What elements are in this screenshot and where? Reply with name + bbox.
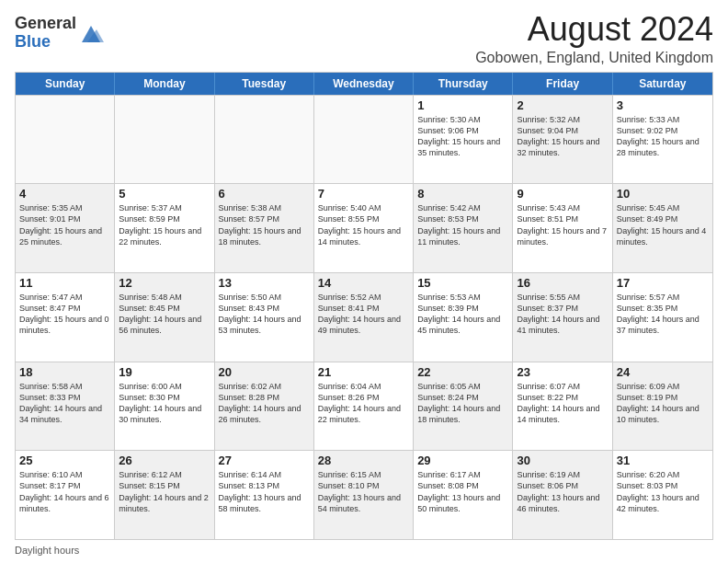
- cal-cell-r4c3: 28Sunrise: 6:15 AM Sunset: 8:10 PM Dayli…: [314, 451, 414, 539]
- cal-cell-r4c4: 29Sunrise: 6:17 AM Sunset: 8:08 PM Dayli…: [414, 451, 513, 539]
- cell-info: Sunrise: 6:10 AM Sunset: 8:17 PM Dayligh…: [19, 469, 110, 514]
- day-number: 15: [417, 276, 508, 290]
- header-sunday: Sunday: [16, 73, 115, 95]
- cal-cell-r2c4: 15Sunrise: 5:53 AM Sunset: 8:39 PM Dayli…: [414, 273, 513, 362]
- cal-cell-r3c2: 20Sunrise: 6:02 AM Sunset: 8:28 PM Dayli…: [215, 362, 314, 451]
- cal-cell-r3c0: 18Sunrise: 5:58 AM Sunset: 8:33 PM Dayli…: [16, 362, 115, 451]
- day-number: 21: [318, 365, 409, 379]
- cal-cell-r1c5: 9Sunrise: 5:43 AM Sunset: 8:51 PM Daylig…: [513, 184, 612, 272]
- cal-cell-r2c5: 16Sunrise: 5:55 AM Sunset: 8:37 PM Dayli…: [513, 273, 612, 362]
- cal-cell-r3c1: 19Sunrise: 6:00 AM Sunset: 8:30 PM Dayli…: [115, 362, 214, 451]
- logo-blue: Blue: [15, 32, 51, 51]
- calendar-body: 1Sunrise: 5:30 AM Sunset: 9:06 PM Daylig…: [16, 95, 712, 539]
- title-section: August 2024 Gobowen, England, United Kin…: [475, 11, 713, 66]
- cell-info: Sunrise: 5:40 AM Sunset: 8:55 PM Dayligh…: [318, 202, 409, 247]
- cal-cell-r4c5: 30Sunrise: 6:19 AM Sunset: 8:06 PM Dayli…: [513, 451, 612, 539]
- cell-info: Sunrise: 6:09 AM Sunset: 8:19 PM Dayligh…: [617, 381, 709, 426]
- day-number: 2: [517, 98, 608, 112]
- cal-row-2: 11Sunrise: 5:47 AM Sunset: 8:47 PM Dayli…: [16, 272, 712, 362]
- cal-cell-r2c6: 17Sunrise: 5:57 AM Sunset: 8:35 PM Dayli…: [613, 273, 712, 362]
- cell-info: Sunrise: 5:43 AM Sunset: 8:51 PM Dayligh…: [517, 202, 608, 247]
- cal-cell-r1c1: 5Sunrise: 5:37 AM Sunset: 8:59 PM Daylig…: [115, 184, 214, 272]
- cal-cell-r1c2: 6Sunrise: 5:38 AM Sunset: 8:57 PM Daylig…: [215, 184, 314, 272]
- day-number: 20: [219, 365, 310, 379]
- cal-cell-r3c4: 22Sunrise: 6:05 AM Sunset: 8:24 PM Dayli…: [414, 362, 513, 451]
- cell-info: Sunrise: 6:12 AM Sunset: 8:15 PM Dayligh…: [119, 469, 210, 514]
- day-number: 8: [417, 187, 508, 201]
- day-number: 25: [19, 454, 110, 467]
- top-section: General Blue August 2024 Gobowen, Englan…: [15, 11, 713, 66]
- day-number: 13: [219, 276, 310, 290]
- cal-cell-r0c0: [16, 96, 115, 184]
- day-number: 31: [617, 454, 709, 467]
- cell-info: Sunrise: 5:47 AM Sunset: 8:47 PM Dayligh…: [19, 292, 110, 337]
- cell-info: Sunrise: 5:37 AM Sunset: 8:59 PM Dayligh…: [119, 202, 210, 247]
- day-number: 19: [119, 365, 210, 379]
- cell-info: Sunrise: 5:33 AM Sunset: 9:02 PM Dayligh…: [617, 114, 709, 159]
- day-number: 22: [417, 365, 508, 379]
- cell-info: Sunrise: 5:32 AM Sunset: 9:04 PM Dayligh…: [517, 114, 608, 159]
- footer-note: Daylight hours: [15, 545, 713, 556]
- subtitle: Gobowen, England, United Kingdom: [475, 50, 713, 66]
- cell-info: Sunrise: 6:19 AM Sunset: 8:06 PM Dayligh…: [517, 469, 608, 514]
- day-number: 30: [517, 454, 608, 467]
- cal-cell-r2c2: 13Sunrise: 5:50 AM Sunset: 8:43 PM Dayli…: [215, 273, 314, 362]
- header-monday: Monday: [115, 73, 214, 95]
- cal-cell-r0c4: 1Sunrise: 5:30 AM Sunset: 9:06 PM Daylig…: [414, 96, 513, 184]
- day-number: 16: [517, 276, 608, 290]
- cell-info: Sunrise: 6:00 AM Sunset: 8:30 PM Dayligh…: [119, 381, 210, 426]
- cal-cell-r0c2: [215, 96, 314, 184]
- cell-info: Sunrise: 6:20 AM Sunset: 8:03 PM Dayligh…: [617, 469, 709, 514]
- cal-cell-r2c1: 12Sunrise: 5:48 AM Sunset: 8:45 PM Dayli…: [115, 273, 214, 362]
- cell-info: Sunrise: 6:05 AM Sunset: 8:24 PM Dayligh…: [417, 381, 508, 426]
- cell-info: Sunrise: 5:50 AM Sunset: 8:43 PM Dayligh…: [219, 292, 310, 337]
- cell-info: Sunrise: 5:30 AM Sunset: 9:06 PM Dayligh…: [417, 114, 508, 159]
- cell-info: Sunrise: 5:52 AM Sunset: 8:41 PM Dayligh…: [318, 292, 409, 337]
- cell-info: Sunrise: 5:53 AM Sunset: 8:39 PM Dayligh…: [417, 292, 508, 337]
- day-number: 18: [19, 365, 110, 379]
- cal-cell-r0c3: [314, 96, 414, 184]
- header-friday: Friday: [513, 73, 612, 95]
- cal-cell-r0c6: 3Sunrise: 5:33 AM Sunset: 9:02 PM Daylig…: [613, 96, 712, 184]
- header-wednesday: Wednesday: [314, 73, 414, 95]
- cal-cell-r4c1: 26Sunrise: 6:12 AM Sunset: 8:15 PM Dayli…: [115, 451, 214, 539]
- day-number: 10: [617, 187, 709, 201]
- day-number: 5: [119, 187, 210, 201]
- day-number: 6: [219, 187, 310, 201]
- cell-info: Sunrise: 6:15 AM Sunset: 8:10 PM Dayligh…: [318, 469, 409, 514]
- calendar-header: Sunday Monday Tuesday Wednesday Thursday…: [16, 73, 712, 95]
- cal-row-0: 1Sunrise: 5:30 AM Sunset: 9:06 PM Daylig…: [16, 95, 712, 184]
- day-number: 28: [318, 454, 409, 467]
- cell-info: Sunrise: 5:42 AM Sunset: 8:53 PM Dayligh…: [417, 202, 508, 247]
- logo: General Blue: [15, 15, 104, 52]
- cal-row-3: 18Sunrise: 5:58 AM Sunset: 8:33 PM Dayli…: [16, 362, 712, 451]
- cell-info: Sunrise: 6:17 AM Sunset: 8:08 PM Dayligh…: [417, 469, 508, 514]
- cell-info: Sunrise: 5:35 AM Sunset: 9:01 PM Dayligh…: [19, 202, 110, 247]
- logo-text: General Blue: [15, 15, 76, 52]
- day-number: 26: [119, 454, 210, 467]
- day-number: 29: [417, 454, 508, 467]
- day-number: 1: [417, 98, 508, 112]
- page: General Blue August 2024 Gobowen, Englan…: [0, 0, 728, 563]
- logo-icon: [78, 20, 104, 46]
- cal-row-4: 25Sunrise: 6:10 AM Sunset: 8:17 PM Dayli…: [16, 450, 712, 539]
- day-number: 7: [318, 187, 409, 201]
- cal-cell-r1c4: 8Sunrise: 5:42 AM Sunset: 8:53 PM Daylig…: [414, 184, 513, 272]
- cell-info: Sunrise: 5:55 AM Sunset: 8:37 PM Dayligh…: [517, 292, 608, 337]
- calendar: Sunday Monday Tuesday Wednesday Thursday…: [15, 72, 713, 540]
- day-number: 3: [617, 98, 709, 112]
- cal-cell-r4c6: 31Sunrise: 6:20 AM Sunset: 8:03 PM Dayli…: [613, 451, 712, 539]
- day-number: 11: [19, 276, 110, 290]
- day-number: 24: [617, 365, 709, 379]
- cell-info: Sunrise: 6:07 AM Sunset: 8:22 PM Dayligh…: [517, 381, 608, 426]
- day-number: 4: [19, 187, 110, 201]
- day-number: 17: [617, 276, 709, 290]
- cell-info: Sunrise: 6:04 AM Sunset: 8:26 PM Dayligh…: [318, 381, 409, 426]
- cell-info: Sunrise: 5:45 AM Sunset: 8:49 PM Dayligh…: [617, 202, 709, 247]
- cal-cell-r3c5: 23Sunrise: 6:07 AM Sunset: 8:22 PM Dayli…: [513, 362, 612, 451]
- day-number: 14: [318, 276, 409, 290]
- cal-cell-r1c0: 4Sunrise: 5:35 AM Sunset: 9:01 PM Daylig…: [16, 184, 115, 272]
- cal-cell-r3c3: 21Sunrise: 6:04 AM Sunset: 8:26 PM Dayli…: [314, 362, 414, 451]
- header-tuesday: Tuesday: [215, 73, 314, 95]
- day-number: 12: [119, 276, 210, 290]
